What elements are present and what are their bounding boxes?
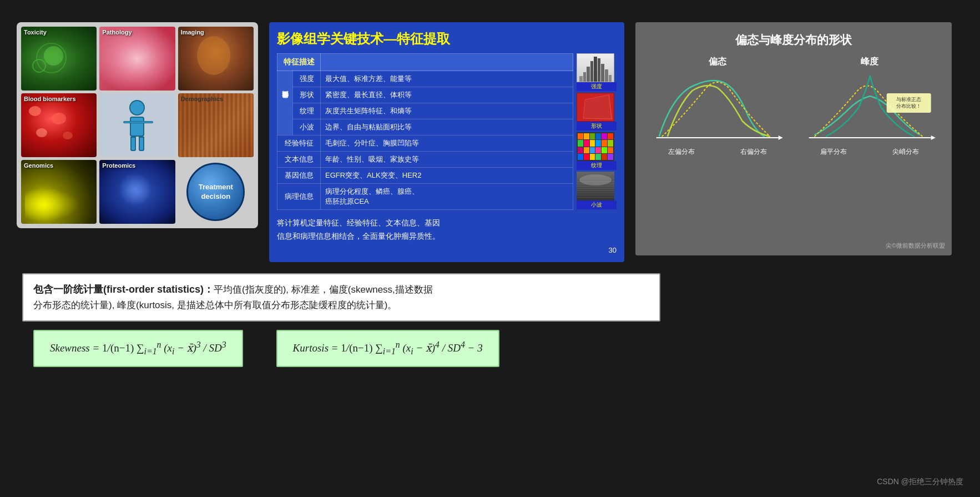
svg-text:分布比较！: 分布比较！	[896, 103, 921, 109]
table-row: 形状 紧密度、最长直径、体积等	[277, 87, 573, 103]
genomics-label: Genomics	[24, 162, 53, 169]
skewness-svg	[645, 71, 790, 143]
feature-label-gene: 基因信息	[277, 168, 321, 184]
feature-desc-text: 年龄、性别、吸烟、家族史等	[321, 152, 573, 168]
kurtosis-svg: 与标准正态 分布比较！	[798, 71, 942, 143]
feature-label-intensity: 强度	[293, 71, 321, 87]
text-bold-part: 包含一阶统计量(first-order statistics)：	[33, 284, 214, 295]
side-thumbnails: 强度 形状	[577, 53, 617, 210]
treatment-circle: Treatmentdecision	[186, 163, 245, 221]
table-row: 病理信息 病理分化程度、鳞癌、腺癌、癌胚抗原CEA	[277, 184, 573, 210]
left-panel: Toxicity Pathology Imaging	[17, 22, 258, 228]
distributions-grid: 偏态	[645, 56, 942, 157]
treatment-cell-container: Treatmentdecision	[178, 160, 254, 224]
flat-kurtosis-label: 扁平分布	[820, 147, 847, 157]
thumb-label-texture: 纹理	[577, 161, 617, 170]
skewness-formula-box: Skewness = 1/(n−1) ∑i=1n (xi − x̄)3 / SD…	[33, 330, 243, 367]
feature-desc-wave: 边界、自由与粘贴面积比等	[321, 119, 573, 135]
demographics-label: Demographics	[181, 96, 223, 102]
kurtosis-formula-box: Kurtosis = 1/(n−1) ∑i=1n (xi − x̄)4 / SD…	[276, 330, 499, 367]
feature-desc-gene: EGFR突变、ALK突变、HER2	[321, 168, 573, 184]
kurtosis-formula: Kurtosis = 1/(n−1) ∑i=1n (xi − x̄)4 / SD…	[293, 340, 483, 357]
pathology-label: Pathology	[102, 29, 132, 36]
section-label-gaotong: 高通量影像学特征	[277, 71, 293, 135]
table-row: 文本信息 年龄、性别、吸烟、家族史等	[277, 152, 573, 168]
proteomics-cell: Proteomics	[99, 160, 175, 224]
middle-title: 影像组学关键技术—特征提取	[277, 30, 617, 48]
text-box: 包含一阶统计量(first-order statistics)：平均值(指灰度的…	[22, 273, 660, 322]
imaging-label: Imaging	[181, 29, 204, 36]
table-row: 纹理 灰度共生矩阵特征、和熵等	[277, 103, 573, 119]
peak-kurtosis-label: 尖峭分布	[892, 147, 919, 157]
feature-label-texture: 纹理	[293, 103, 321, 119]
feature-label-text: 文本信息	[277, 152, 321, 168]
right-skew-label: 右偏分布	[740, 147, 767, 157]
imaging-cell: Imaging	[178, 27, 254, 91]
toxicity-cell: Toxicity	[21, 27, 97, 91]
feature-desc-pathology: 病理分化程度、鳞癌、腺癌、癌胚抗原CEA	[321, 184, 573, 210]
csdn-watermark: CSDN @拒绝三分钟热度	[877, 477, 963, 487]
thumb-label-wave: 小波	[577, 200, 617, 209]
page-number: 30	[277, 246, 617, 254]
features-table: 特征描述 高通量影像学特征 强度 最大值、标准方差、能量等 形状	[277, 53, 573, 210]
feature-desc-intensity: 最大值、标准方差、能量等	[321, 71, 573, 87]
skewness-section: 偏态	[645, 56, 790, 157]
formula-row: Skewness = 1/(n−1) ∑i=1n (xi − x̄)3 / SD…	[22, 330, 958, 367]
demographics-cell: Demographics	[178, 93, 254, 157]
thumb-texture: 纹理	[577, 132, 617, 170]
svg-marker-1	[779, 135, 783, 140]
right-watermark: 尖©微前数据分析联盟	[886, 242, 945, 250]
table-row: 经验特征 毛刺症、分叶症、胸膜凹陷等	[277, 135, 573, 152]
feature-label-pathology: 病理信息	[277, 184, 321, 210]
feature-desc-experience: 毛刺症、分叶症、胸膜凹陷等	[321, 135, 573, 152]
svg-marker-3	[931, 135, 935, 140]
kurtosis-section: 峰度	[798, 56, 942, 157]
left-skew-label: 左偏分布	[668, 147, 695, 157]
feature-desc-shape: 紧密度、最长直径、体积等	[321, 87, 573, 103]
table-header-desc	[321, 54, 573, 71]
blood-label: Blood biomarkers	[24, 96, 76, 102]
svg-text:与标准正态: 与标准正态	[896, 97, 921, 102]
summary-text: 将计算机定量特征、经验特征、文本信息、基因信息和病理信息相结合，全面量化肿瘤异质…	[277, 217, 617, 243]
thumb-label-shape: 形状	[577, 122, 617, 130]
feature-label-wave: 小波	[293, 119, 321, 135]
feature-label-shape: 形状	[293, 87, 321, 103]
thumb-shape: 形状	[577, 93, 617, 130]
human-figure-cell	[99, 93, 175, 157]
table-area: 特征描述 高通量影像学特征 强度 最大值、标准方差、能量等 形状	[277, 53, 617, 210]
feature-label-experience: 经验特征	[277, 135, 321, 152]
table-row: 基因信息 EGFR突变、ALK突变、HER2	[277, 168, 573, 184]
thumb-label-intensity: 强度	[577, 82, 617, 91]
thumb-intensity: 强度	[577, 53, 617, 91]
skewness-title: 偏态	[645, 56, 790, 68]
blood-cell: Blood biomarkers	[21, 93, 97, 157]
table-row: 高通量影像学特征 强度 最大值、标准方差、能量等	[277, 71, 573, 87]
thumb-wave: 小波	[577, 172, 617, 209]
pathology-cell: Pathology	[99, 27, 175, 91]
proteomics-label: Proteomics	[102, 162, 135, 169]
genomics-cell: Genomics	[21, 160, 97, 224]
top-row: Toxicity Pathology Imaging	[17, 22, 963, 262]
toxicity-label: Toxicity	[24, 29, 47, 36]
main-container: Toxicity Pathology Imaging	[0, 0, 980, 378]
kurtosis-title: 峰度	[798, 56, 942, 68]
treatment-label: Treatmentdecision	[199, 183, 233, 202]
table-row: 小波 边界、自由与粘贴面积比等	[277, 119, 573, 135]
table-header: 特征描述	[277, 54, 321, 71]
middle-panel: 影像组学关键技术—特征提取 特征描述 高通量影像学特征 强度	[269, 22, 624, 262]
right-title: 偏态与峰度分布的形状	[645, 32, 942, 48]
skewness-formula: Skewness = 1/(n−1) ∑i=1n (xi − x̄)3 / SD…	[50, 340, 226, 357]
right-panel: 偏态与峰度分布的形状 偏态	[635, 22, 952, 255]
feature-desc-texture: 灰度共生矩阵特征、和熵等	[321, 103, 573, 119]
bottom-section: 包含一阶统计量(first-order statistics)：平均值(指灰度的…	[17, 273, 963, 367]
